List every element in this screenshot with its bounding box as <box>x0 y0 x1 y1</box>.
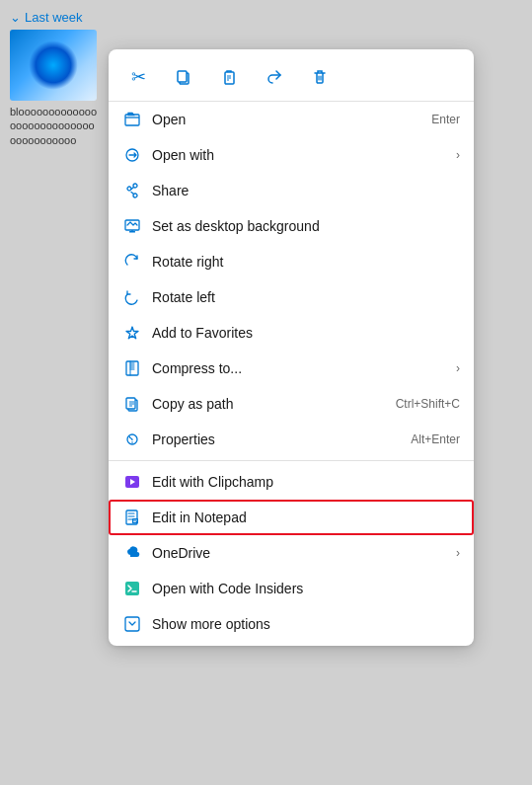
svg-rect-1 <box>178 71 187 82</box>
copy-button[interactable] <box>168 61 199 93</box>
add-favorites-menu-item[interactable]: Add to Favorites <box>109 315 474 351</box>
onedrive-label: OneDrive <box>152 545 448 561</box>
rotate-right-menu-item[interactable]: Rotate right <box>109 244 474 279</box>
divider-1 <box>109 460 474 461</box>
file-item[interactable]: bloooooooooooooooooooooooooooooooooooooo <box>10 30 99 147</box>
add-favorites-label: Add to Favorites <box>152 325 460 341</box>
copy-path-label: Copy as path <box>152 396 396 412</box>
open-with-label: Open with <box>152 147 448 163</box>
compress-arrow: › <box>456 361 460 375</box>
svg-rect-15 <box>125 582 139 595</box>
rotate-left-label: Rotate left <box>152 289 460 305</box>
properties-icon <box>122 430 142 449</box>
cut-button[interactable]: ✂ <box>122 61 154 93</box>
last-week-label: Last week <box>25 10 83 25</box>
svg-point-11 <box>131 441 133 443</box>
open-shortcut: Enter <box>431 113 460 126</box>
edit-clipchamp-menu-item[interactable]: Edit with Clipchamp <box>109 464 474 500</box>
properties-shortcut: Alt+Enter <box>411 432 460 446</box>
set-desktop-bg-label: Set as desktop background <box>152 218 460 234</box>
edit-notepad-menu-item[interactable]: Edit in Notepad <box>109 500 474 535</box>
compress-menu-item[interactable]: Compress to... › <box>109 351 474 386</box>
onedrive-menu-item[interactable]: OneDrive › <box>109 535 474 571</box>
open-label: Open <box>152 112 431 127</box>
onedrive-icon <box>122 543 142 563</box>
file-thumbnail-image <box>10 30 97 101</box>
show-more-icon <box>122 614 142 634</box>
svg-rect-16 <box>125 617 139 631</box>
paste-special-button[interactable] <box>213 61 245 93</box>
desktop-bg-icon <box>122 216 142 236</box>
compress-icon <box>122 358 142 378</box>
share-menu-item[interactable]: Share <box>109 173 474 208</box>
rotate-left-menu-item[interactable]: Rotate left <box>109 279 474 315</box>
notepad-icon <box>122 508 142 527</box>
rotate-right-icon <box>122 252 142 272</box>
open-with-icon <box>122 145 142 165</box>
toolbar-row: ✂ <box>109 53 474 102</box>
vscode-insiders-label: Open with Code Insiders <box>152 581 460 596</box>
delete-button[interactable] <box>304 61 336 93</box>
open-menu-item[interactable]: Open Enter <box>109 102 474 137</box>
svg-rect-14 <box>132 518 138 523</box>
show-more-options-menu-item[interactable]: Show more options <box>109 606 474 642</box>
copy-path-icon <box>122 394 142 414</box>
svg-rect-3 <box>125 115 139 125</box>
set-desktop-bg-menu-item[interactable]: Set as desktop background <box>109 208 474 244</box>
vscode-insiders-icon <box>122 579 142 598</box>
desktop: ⌄ Last week bloooooooooooooooooooooooooo… <box>0 0 532 785</box>
copy-path-shortcut: Ctrl+Shift+C <box>396 397 460 411</box>
open-with-arrow: › <box>456 148 460 162</box>
share-icon <box>122 181 142 200</box>
compress-label: Compress to... <box>152 360 448 376</box>
edit-clipchamp-label: Edit with Clipchamp <box>152 474 460 490</box>
properties-label: Properties <box>152 432 411 447</box>
file-name-label: bloooooooooooooooooooooooooooooooooooooo <box>10 105 99 147</box>
rotate-right-label: Rotate right <box>152 254 460 270</box>
open-icon <box>122 110 142 129</box>
rotate-left-icon <box>122 287 142 307</box>
edit-notepad-label: Edit in Notepad <box>152 510 460 525</box>
show-more-options-label: Show more options <box>152 616 460 632</box>
share-label: Share <box>152 183 460 198</box>
copy-path-menu-item[interactable]: Copy as path Ctrl+Shift+C <box>109 386 474 422</box>
favorites-icon <box>122 323 142 343</box>
context-menu: ✂ <box>109 49 474 646</box>
last-week-section: ⌄ Last week <box>10 10 83 25</box>
onedrive-arrow: › <box>456 546 460 560</box>
open-with-menu-item[interactable]: Open with › <box>109 137 474 173</box>
share-toolbar-button[interactable] <box>259 61 290 93</box>
chevron-icon: ⌄ <box>10 10 21 25</box>
clipchamp-icon <box>122 472 142 492</box>
properties-menu-item[interactable]: Properties Alt+Enter <box>109 422 474 457</box>
vscode-insiders-menu-item[interactable]: Open with Code Insiders <box>109 571 474 606</box>
